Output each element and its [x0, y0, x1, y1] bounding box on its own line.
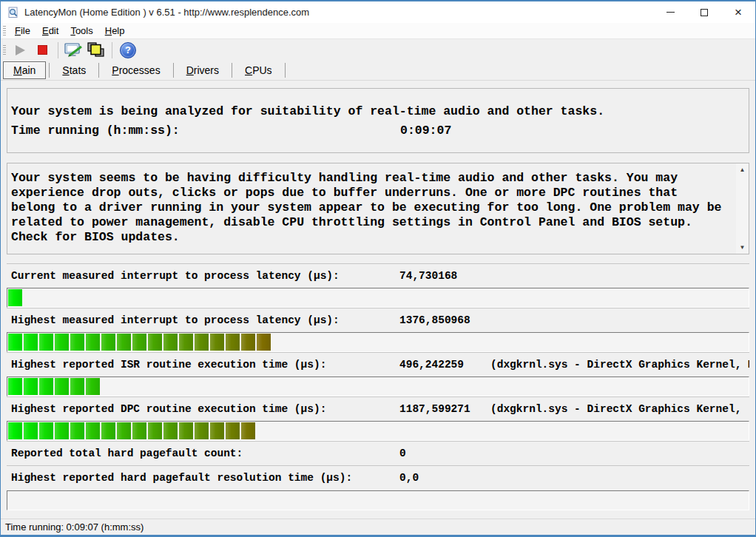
stat-value: 74,730168 [399, 270, 490, 282]
bar-segment [117, 334, 131, 351]
bar-segment [210, 422, 224, 439]
tab-main[interactable]: Main [3, 61, 46, 79]
help-button[interactable]: ? [117, 41, 139, 60]
bar-segment [163, 334, 178, 351]
time-running-label: Time running (h:mm:ss): [11, 121, 400, 141]
bar-segment [148, 422, 162, 439]
tab-separator [98, 63, 99, 78]
bar-segment [101, 422, 115, 439]
warning-text: Your system seems to be having difficult… [11, 171, 734, 245]
stat-row: Highest reported DPC routine execution t… [7, 396, 749, 441]
warning-box: Your system seems to be having difficult… [7, 163, 749, 254]
progress-bar [7, 332, 749, 352]
stat-label: Highest reported hard pagefault resoluti… [11, 472, 399, 484]
menu-item-file[interactable]: File [9, 24, 36, 38]
toolbar-gripper [3, 45, 6, 55]
menu-item-edit[interactable]: Edit [36, 24, 64, 38]
bar-segment [24, 378, 38, 395]
bar-segment [8, 378, 22, 395]
stat-detail: (dxgkrnl.sys - DirectX Graphics Kernel, … [490, 359, 749, 371]
minimize-button[interactable] [653, 1, 687, 23]
copy-pages-icon [87, 42, 105, 58]
minimize-icon [666, 12, 675, 13]
stat-label: Reported total hard pagefault count: [11, 448, 399, 459]
bar-segment [39, 422, 53, 439]
toolbar-separator [112, 42, 112, 58]
bar-segment [70, 334, 84, 351]
menu-items: FileEditToolsHelp [9, 24, 130, 38]
bar-segment [179, 422, 193, 439]
bar-segment [257, 334, 271, 351]
stat-value: 0,0 [399, 472, 490, 484]
status-bar: Time running: 0:09:07 (h:mm:ss) [1, 519, 755, 535]
progress-bar [7, 376, 749, 396]
progress-bar [7, 421, 749, 441]
bar-segment [148, 334, 162, 351]
bar-segment [24, 422, 38, 439]
progress-bar [7, 288, 749, 308]
bar-segment [55, 378, 69, 395]
window-title: LatencyMon (Home Edition ) v 6.51 - http… [24, 7, 309, 18]
close-icon: × [735, 6, 742, 18]
bar-segment [132, 334, 146, 351]
stat-line: Highest reported ISR routine execution t… [7, 357, 749, 373]
tab-separator [49, 63, 50, 78]
bar-segment [8, 334, 22, 351]
stat-row: Highest measured interrupt to process la… [7, 308, 749, 352]
stat-label: Highest reported DPC routine execution t… [11, 403, 399, 415]
bar-segment [195, 422, 209, 439]
tab-stats[interactable]: Stats [53, 62, 95, 78]
stat-row: Highest reported ISR routine execution t… [7, 352, 749, 396]
stat-line: Highest reported hard pagefault resoluti… [7, 470, 749, 486]
close-button[interactable]: × [721, 1, 755, 23]
bar-segment [86, 334, 100, 351]
bar-segment [55, 422, 69, 439]
tab-bar: MainStatsProcessesDriversCPUs [1, 61, 755, 81]
stat-detail: (dxgkrnl.sys - DirectX Graphics Kernel, [490, 403, 749, 415]
time-running-value: 0:09:07 [400, 121, 451, 141]
bar-segment [70, 422, 84, 439]
empty-progress-bar [7, 490, 749, 510]
window-controls: × [653, 1, 755, 23]
scroll-up-icon[interactable]: ▲ [736, 163, 749, 176]
help-icon: ? [120, 42, 136, 58]
bar-segment [39, 334, 53, 351]
analyze-button[interactable] [63, 41, 85, 60]
bar-segment [86, 378, 100, 395]
start-monitor-button[interactable] [9, 41, 31, 60]
menu-item-tools[interactable]: Tools [64, 24, 98, 38]
stat-line: Highest reported DPC routine execution t… [7, 401, 749, 417]
bar-segment [101, 334, 115, 351]
bar-segment [8, 422, 22, 439]
menu-item-help[interactable]: Help [99, 24, 131, 38]
stat-label: Current measured interrupt to process la… [11, 270, 399, 282]
stat-value: 1187,599271 [399, 403, 490, 415]
time-running-line: Time running (h:mm:ss): 0:09:07 [11, 121, 749, 141]
stat-row: Highest reported hard pagefault resoluti… [7, 465, 749, 486]
bar-segment [195, 334, 209, 351]
menu-bar: FileEditToolsHelp [1, 23, 755, 38]
tab-processes[interactable]: Processes [102, 62, 169, 78]
stats-section: Current measured interrupt to process la… [7, 263, 749, 510]
bar-segment [8, 289, 22, 306]
scroll-down-icon[interactable]: ▼ [736, 241, 749, 254]
bar-segment [210, 334, 224, 351]
tab-drivers[interactable]: Drivers [177, 62, 229, 78]
bar-segment [241, 422, 255, 439]
app-icon [7, 7, 19, 18]
bar-segment [132, 422, 146, 439]
bar-segment [24, 334, 38, 351]
menu-gripper [3, 26, 6, 36]
play-icon [16, 45, 25, 55]
report-button[interactable] [85, 41, 107, 60]
stat-line: Reported total hard pagefault count:0 [7, 445, 749, 462]
stop-monitor-button[interactable] [31, 41, 53, 60]
stat-row: Current measured interrupt to process la… [7, 263, 749, 308]
stat-label: Highest measured interrupt to process la… [11, 314, 399, 326]
main-panel: Your system is being analyzed for suitab… [1, 81, 755, 519]
warning-scrollbar[interactable]: ▲ ▼ [736, 163, 749, 254]
stat-value: 496,242259 [399, 359, 490, 371]
tab-cpus[interactable]: CPUs [235, 62, 282, 78]
status-text: Time running: 0:09:07 (h:mm:ss) [5, 521, 144, 533]
maximize-button[interactable] [687, 1, 721, 23]
